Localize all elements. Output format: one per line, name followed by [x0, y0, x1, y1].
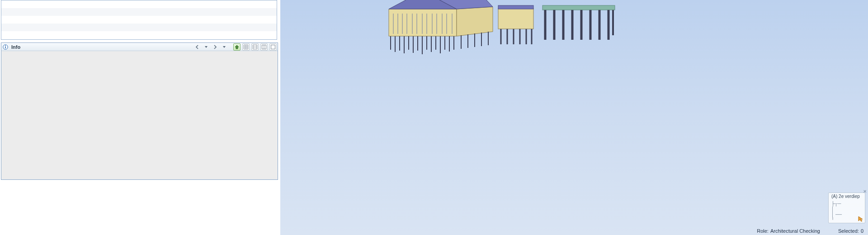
status-selected: Selected: 0	[838, 228, 863, 234]
info-panel-title: Info	[11, 44, 20, 50]
model-drawing	[380, 0, 696, 54]
status-bar: Role: Architectural Checking Selected: 0	[561, 227, 868, 235]
svg-rect-37	[498, 8, 533, 29]
grid-icon	[252, 44, 258, 50]
status-role: Role: Architectural Checking	[757, 228, 820, 234]
cursor-icon	[858, 216, 864, 222]
chevron-right-icon	[213, 45, 217, 49]
chevron-left-icon	[195, 45, 199, 49]
nav-next-button[interactable]	[212, 43, 219, 51]
grid-icon	[270, 44, 276, 50]
info-panel-body[interactable]	[2, 52, 277, 179]
svg-marker-2	[457, 7, 493, 36]
upper-list-panel[interactable]	[1, 0, 277, 40]
info-panel-header: Info	[1, 43, 278, 51]
home-arrow-icon	[234, 44, 240, 50]
status-selected-value: 0	[861, 228, 863, 234]
nav-next-menu-button[interactable]	[221, 43, 228, 51]
svg-rect-56	[5, 47, 6, 48]
list-row	[1, 24, 277, 31]
model-viewport[interactable]: ✕ (A) 2e verdiep ├┬─││ ──╵ Role: Archite…	[280, 0, 868, 235]
info-panel: Info	[1, 42, 278, 180]
home-button[interactable]	[233, 43, 241, 51]
status-role-value: Architectural Checking	[770, 228, 820, 234]
navigator-label: (A) 2e verdiep	[831, 194, 863, 199]
svg-rect-65	[271, 45, 275, 49]
caret-down-icon	[222, 45, 226, 49]
caret-down-icon	[204, 45, 208, 49]
layout-4-button[interactable]	[269, 43, 277, 51]
grid-icon	[243, 44, 249, 50]
layout-1-button[interactable]	[242, 43, 250, 51]
list-row	[1, 31, 277, 39]
list-row	[1, 8, 277, 16]
svg-rect-38	[498, 5, 533, 9]
nav-prev-menu-button[interactable]	[203, 43, 210, 51]
navigator-glyphs: ├┬─││ ──╵	[831, 201, 842, 223]
grid-icon	[261, 44, 267, 50]
svg-rect-45	[542, 5, 615, 10]
list-row	[1, 16, 277, 24]
layout-3-button[interactable]	[260, 43, 268, 51]
close-icon[interactable]: ✕	[863, 189, 867, 194]
layout-2-button[interactable]	[251, 43, 259, 51]
status-role-label: Role:	[757, 228, 769, 234]
info-icon	[2, 44, 9, 50]
nav-prev-button[interactable]	[193, 43, 201, 51]
svg-point-57	[5, 45, 6, 46]
view-navigator[interactable]: ✕ (A) 2e verdiep ├┬─││ ──╵	[828, 193, 865, 223]
status-selected-label: Selected:	[838, 228, 859, 234]
list-row	[1, 0, 277, 8]
